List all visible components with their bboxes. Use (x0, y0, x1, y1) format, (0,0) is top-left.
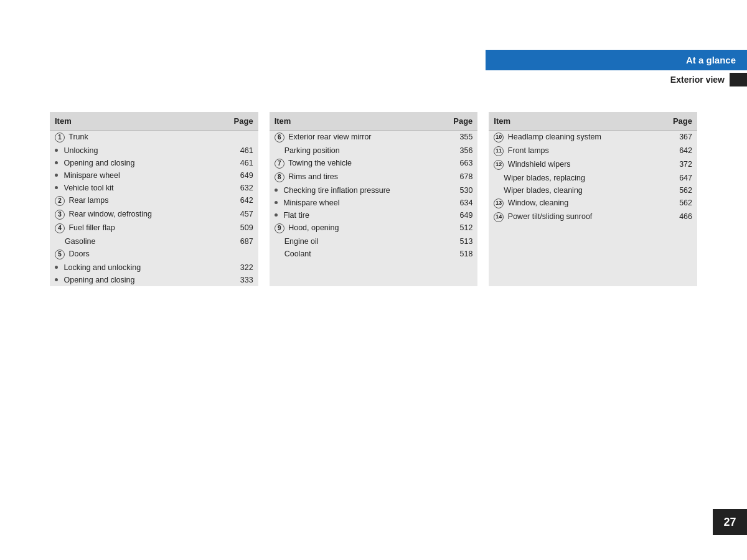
row-page: 466 (666, 210, 697, 224)
table-row: 2 Rear lamps 642 (50, 194, 258, 208)
table-row: Parking position 356 (270, 144, 478, 157)
table-row: 11 Front lamps 642 (489, 144, 697, 158)
table-row: 1 Trunk (50, 131, 258, 145)
exterior-view-row: Exterior view (486, 73, 747, 86)
row-item: 10 Headlamp cleaning system (489, 131, 666, 145)
item-label: Rear lamps (68, 196, 108, 205)
row-item: 8 Rims and tires (270, 170, 447, 184)
row-item: Opening and closing (50, 157, 227, 169)
row-item: Minispare wheel (270, 197, 447, 209)
item-number: 10 (494, 133, 504, 142)
row-item: 6 Exterior rear view mirror (270, 131, 447, 145)
row-item: Flat tire (270, 209, 447, 222)
table-row: 4 Fuel filler flap 509 (50, 222, 258, 235)
page-number: 27 (723, 516, 736, 529)
row-page: 647 (666, 172, 697, 184)
row-page: 530 (446, 184, 477, 197)
row-page: 355 (446, 131, 477, 145)
item-label: Coolant (284, 250, 311, 258)
item-number: 14 (494, 212, 504, 222)
page-number-box: 27 (713, 509, 747, 535)
table-row: Flat tire 649 (270, 209, 478, 222)
header-area: At a glance Exterior view (486, 50, 747, 86)
row-item: Engine oil (270, 235, 447, 248)
item-label: Flat tire (283, 211, 309, 220)
section-color-block (730, 73, 747, 86)
row-item: Unlocking (50, 144, 227, 157)
row-item: 13 Window, cleaning (489, 197, 666, 210)
table3-header-row: Item Page (489, 112, 697, 131)
row-item: 12 Windshield wipers (489, 158, 666, 172)
item-number: 2 (55, 196, 65, 206)
item-label: Windshield wipers (508, 160, 571, 169)
item-label: Checking tire inflation pressure (283, 186, 390, 195)
reference-table-3: Item Page 10 Headlamp cleaning system 36… (489, 112, 697, 286)
row-page: 632 (227, 182, 258, 194)
row-item: Gasoline (50, 235, 227, 248)
bullet-icon (275, 189, 278, 192)
table-row: 3 Rear window, defrosting 457 (50, 208, 258, 222)
table3-col-page-header: Page (666, 112, 697, 131)
item-label: Fuel filler flap (68, 223, 115, 232)
item-label: Engine oil (284, 237, 319, 246)
table-row: Gasoline 687 (50, 235, 258, 248)
reference-table-1: Item Page 1 Trunk Unlocking (50, 112, 258, 286)
item-label: Hood, opening (288, 223, 339, 232)
reference-table-2: Item Page 6 Exterior rear view mirror 35… (270, 112, 478, 286)
table-row: 7 Towing the vehicle 663 (270, 157, 478, 170)
item-number: 5 (55, 250, 65, 259)
item-number: 11 (494, 146, 504, 156)
row-page: 322 (227, 261, 258, 274)
item-number: 12 (494, 160, 504, 170)
row-page: 518 (446, 248, 477, 260)
row-item: 4 Fuel filler flap (50, 222, 227, 235)
row-page: 649 (227, 169, 258, 182)
table-row: 10 Headlamp cleaning system 367 (489, 131, 697, 145)
item-label: Rims and tires (288, 172, 338, 181)
item-label: Minispare wheel (63, 171, 120, 180)
row-item: Wiper blades, cleaning (489, 184, 666, 197)
row-item: 2 Rear lamps (50, 194, 227, 208)
bullet-icon (55, 149, 58, 152)
row-page: 562 (666, 184, 697, 197)
bullet-icon (55, 174, 58, 177)
table-row: Coolant 518 (270, 248, 478, 260)
row-item: Opening and closing (50, 274, 227, 286)
row-page: 678 (446, 170, 477, 184)
item-label: Exterior rear view mirror (288, 133, 371, 141)
item-label: Wiper blades, replacing (504, 174, 585, 182)
row-item: 1 Trunk (50, 131, 227, 145)
row-item: 9 Hood, opening (270, 222, 447, 235)
table-row: 8 Rims and tires 678 (270, 170, 478, 184)
table-row: Opening and closing 333 (50, 274, 258, 286)
row-page: 356 (446, 144, 477, 157)
table-row: Wiper blades, replacing 647 (489, 172, 697, 184)
item-number: 1 (55, 133, 65, 142)
row-page: 687 (227, 235, 258, 248)
row-item: Vehicle tool kit (50, 182, 227, 194)
row-page: 509 (227, 222, 258, 235)
row-item: Minispare wheel (50, 169, 227, 182)
bullet-icon (55, 278, 58, 281)
table-row: Vehicle tool kit 632 (50, 182, 258, 194)
table-row: Opening and closing 461 (50, 157, 258, 169)
row-page: 649 (446, 209, 477, 222)
table-row: Unlocking 461 (50, 144, 258, 157)
item-label: Power tilt/sliding sunroof (508, 212, 592, 221)
table-row: Engine oil 513 (270, 235, 478, 248)
row-page: 372 (666, 158, 697, 172)
item-label: Opening and closing (63, 159, 134, 167)
table-row: Checking tire inflation pressure 530 (270, 184, 478, 197)
row-page: 663 (446, 157, 477, 170)
item-label: Trunk (68, 133, 88, 141)
at-a-glance-banner: At a glance (486, 50, 747, 70)
item-label: Doors (68, 250, 89, 258)
row-item: 7 Towing the vehicle (270, 157, 447, 170)
item-label: Towing the vehicle (288, 159, 352, 167)
row-page: 367 (666, 131, 697, 145)
item-number: 4 (55, 223, 65, 233)
item-number: 7 (275, 159, 284, 169)
table2-header-row: Item Page (270, 112, 478, 131)
table-row: 13 Window, cleaning 562 (489, 197, 697, 210)
row-page: 634 (446, 197, 477, 209)
